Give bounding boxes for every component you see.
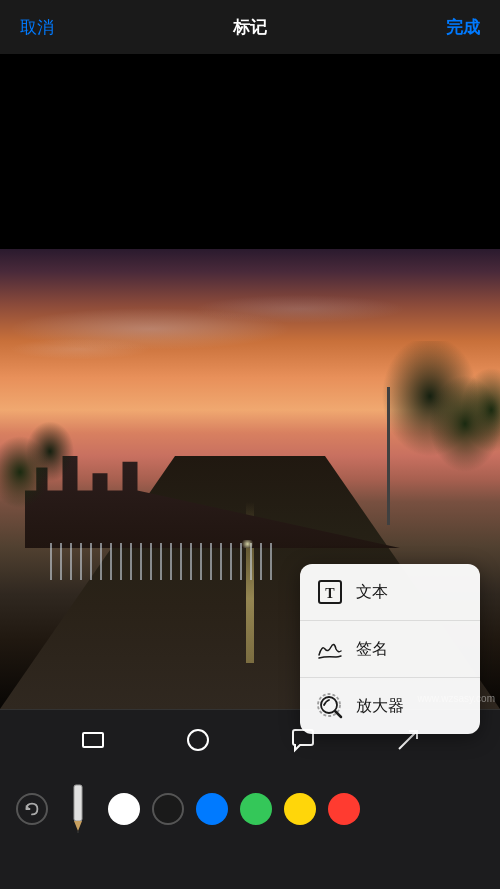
- cancel-button[interactable]: 取消: [20, 16, 54, 39]
- text-menu-item[interactable]: T 文本: [300, 564, 480, 621]
- tools-row: [0, 769, 500, 849]
- circle-shape-button[interactable]: [180, 722, 216, 758]
- svg-rect-4: [83, 733, 103, 747]
- svg-marker-8: [74, 821, 82, 831]
- pencil-tool[interactable]: [60, 781, 96, 837]
- undo-button[interactable]: [16, 793, 48, 825]
- street-light: [387, 387, 390, 525]
- color-black[interactable]: [152, 793, 184, 825]
- magnifier-label: 放大器: [356, 696, 404, 717]
- magnifier-menu-item[interactable]: 放大器: [300, 678, 480, 734]
- car-lights: [240, 540, 255, 548]
- svg-rect-7: [74, 785, 82, 821]
- color-green[interactable]: [240, 793, 272, 825]
- signature-icon: [316, 635, 344, 663]
- signature-menu-item[interactable]: 签名: [300, 621, 480, 678]
- color-yellow[interactable]: [284, 793, 316, 825]
- magnifier-icon: [316, 692, 344, 720]
- fence: [50, 543, 275, 580]
- signature-label: 签名: [356, 639, 388, 660]
- text-icon: T: [316, 578, 344, 606]
- color-blue[interactable]: [196, 793, 228, 825]
- top-navigation: 取消 标记 完成: [0, 0, 500, 54]
- color-white[interactable]: [108, 793, 140, 825]
- color-red[interactable]: [328, 793, 360, 825]
- rectangle-shape-button[interactable]: [75, 722, 111, 758]
- page-title: 标记: [233, 16, 267, 39]
- popup-menu: T 文本 签名 放大器: [300, 564, 480, 734]
- trees-left: [0, 410, 100, 617]
- svg-text:T: T: [325, 586, 335, 601]
- text-label: 文本: [356, 582, 388, 603]
- done-button[interactable]: 完成: [446, 16, 480, 39]
- svg-point-5: [188, 730, 208, 750]
- black-top-area: [0, 54, 500, 249]
- bottom-toolbar: [0, 709, 500, 889]
